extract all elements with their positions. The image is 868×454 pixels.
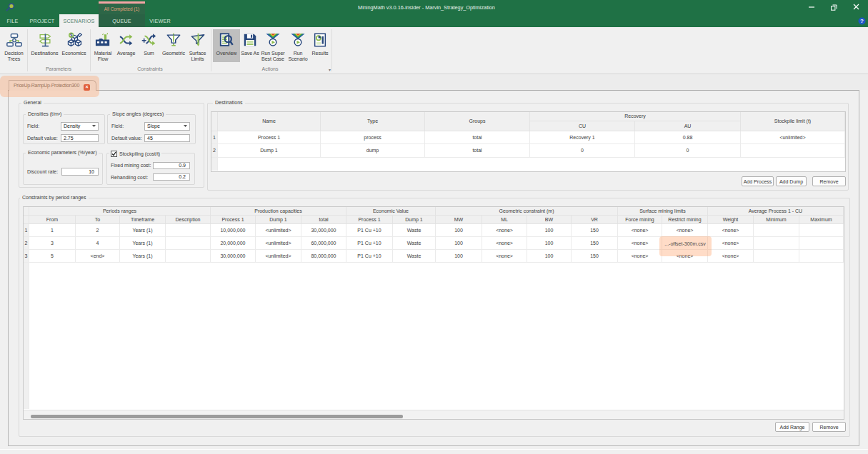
svg-text:?: ? xyxy=(860,18,864,24)
